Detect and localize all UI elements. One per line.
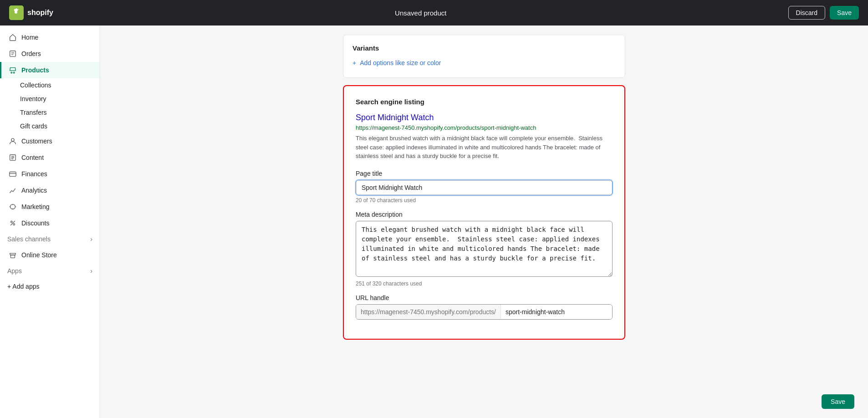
content-icon xyxy=(9,153,17,162)
products-icon xyxy=(9,66,17,74)
seo-card: Search engine listing Sport Midnight Wat… xyxy=(345,87,623,338)
save-button-bottom[interactable]: Save xyxy=(822,394,854,409)
bottom-save-area: Save xyxy=(822,394,854,409)
topbar-title: Unsaved product xyxy=(395,9,446,17)
shopify-logo-icon xyxy=(9,5,24,20)
add-options-button[interactable]: + Add options like size or color xyxy=(352,57,441,68)
save-button-top[interactable]: Save xyxy=(830,6,859,20)
meta-desc-textarea[interactable]: This elegant brushed watch with a midnig… xyxy=(356,221,613,277)
main-content: Variants + Add options like size or colo… xyxy=(100,25,868,418)
sidebar-add-apps[interactable]: + Add apps xyxy=(0,279,100,294)
sidebar-sub-label-gift-cards: Gift cards xyxy=(20,122,47,130)
seo-preview-title: Sport Midnight Watch xyxy=(356,113,613,122)
page-title-field: Page title 20 of 70 characters used xyxy=(356,170,613,204)
sidebar-sub-label-collections: Collections xyxy=(20,82,51,89)
url-handle-label: URL handle xyxy=(356,294,613,301)
topbar: shopify Unsaved product Discard Save xyxy=(0,0,868,25)
sidebar: Home Orders Products Collections Invento… xyxy=(0,25,100,418)
sidebar-item-home[interactable]: Home xyxy=(0,29,100,46)
sidebar-label-finances: Finances xyxy=(21,170,47,178)
topbar-actions: Discard Save xyxy=(788,6,859,20)
sidebar-item-finances[interactable]: Finances xyxy=(0,166,100,182)
sidebar-item-online-store[interactable]: Online Store xyxy=(0,247,100,263)
svg-rect-1 xyxy=(10,51,16,57)
sidebar-sub-item-gift-cards[interactable]: Gift cards xyxy=(0,119,100,133)
page-title-char-count: 20 of 70 characters used xyxy=(356,197,613,204)
svg-rect-9 xyxy=(11,255,15,258)
variants-title: Variants xyxy=(352,44,616,52)
store-icon xyxy=(9,251,17,259)
seo-card-wrapper: Search engine listing Sport Midnight Wat… xyxy=(343,85,625,340)
logo-text: shopify xyxy=(27,9,53,17)
svg-rect-6 xyxy=(10,172,16,177)
sidebar-label-discounts: Discounts xyxy=(21,219,49,227)
analytics-icon xyxy=(9,186,17,194)
sidebar-label-analytics: Analytics xyxy=(21,187,47,194)
seo-preview-url: https://magenest-7450.myshopify.com/prod… xyxy=(356,124,613,131)
sidebar-item-discounts[interactable]: Discounts xyxy=(0,215,100,231)
page-title-label: Page title xyxy=(356,170,613,177)
add-options-label: Add options like size or color xyxy=(360,59,441,66)
svg-point-7 xyxy=(11,221,13,223)
seo-section-title: Search engine listing xyxy=(356,98,613,106)
chevron-right-icon-2: › xyxy=(90,267,92,275)
meta-desc-label: Meta description xyxy=(356,211,613,218)
sidebar-sub-item-collections[interactable]: Collections xyxy=(0,78,100,92)
sidebar-sales-channels-section[interactable]: Sales channels › xyxy=(0,231,100,247)
meta-desc-field: Meta description This elegant brushed wa… xyxy=(356,211,613,287)
sidebar-sub-label-inventory: Inventory xyxy=(20,95,46,102)
svg-point-3 xyxy=(13,72,15,73)
sidebar-label-marketing: Marketing xyxy=(21,203,49,210)
url-prefix: https://magenest-7450.myshopify.com/prod… xyxy=(356,305,501,319)
add-apps-label: + Add apps xyxy=(7,283,39,290)
url-handle-field: URL handle https://magenest-7450.myshopi… xyxy=(356,294,613,320)
sidebar-sub-item-inventory[interactable]: Inventory xyxy=(0,92,100,106)
marketing-icon xyxy=(9,203,17,211)
meta-desc-char-count: 251 of 320 characters used xyxy=(356,280,613,287)
sidebar-sub-item-transfers[interactable]: Transfers xyxy=(0,106,100,119)
variants-card: Variants + Add options like size or colo… xyxy=(343,35,625,78)
sales-channels-label: Sales channels xyxy=(7,235,51,243)
svg-point-4 xyxy=(11,138,14,141)
url-handle-input[interactable] xyxy=(501,305,612,319)
sidebar-label-home: Home xyxy=(21,34,38,41)
sidebar-item-orders[interactable]: Orders xyxy=(0,46,100,62)
seo-preview-desc: This elegant brushed watch with a midnig… xyxy=(356,134,613,161)
sidebar-label-customers: Customers xyxy=(21,138,52,145)
apps-label: Apps xyxy=(7,267,22,275)
finances-icon xyxy=(9,170,17,178)
sidebar-apps-section[interactable]: Apps › xyxy=(0,263,100,279)
orders-icon xyxy=(9,50,17,58)
sidebar-item-customers[interactable]: Customers xyxy=(0,133,100,149)
discounts-icon xyxy=(9,219,17,227)
discard-button[interactable]: Discard xyxy=(788,6,825,20)
svg-point-2 xyxy=(11,72,12,73)
sidebar-item-marketing[interactable]: Marketing xyxy=(0,199,100,215)
sidebar-item-products[interactable]: Products xyxy=(0,62,100,78)
sidebar-label-orders: Orders xyxy=(21,50,41,57)
svg-point-8 xyxy=(13,224,15,225)
page-title-input[interactable] xyxy=(356,180,613,195)
sidebar-label-online-store: Online Store xyxy=(21,251,57,259)
logo: shopify xyxy=(9,5,53,20)
sidebar-sub-label-transfers: Transfers xyxy=(20,109,47,116)
customers-icon xyxy=(9,137,17,145)
plus-icon: + xyxy=(352,59,356,66)
sidebar-label-products: Products xyxy=(21,66,49,74)
sidebar-label-content: Content xyxy=(21,154,44,161)
sidebar-item-content[interactable]: Content xyxy=(0,149,100,166)
url-handle-container: https://magenest-7450.myshopify.com/prod… xyxy=(356,304,613,320)
main-layout: Home Orders Products Collections Invento… xyxy=(0,25,868,418)
home-icon xyxy=(9,33,17,41)
chevron-right-icon: › xyxy=(90,235,92,243)
sidebar-item-analytics[interactable]: Analytics xyxy=(0,182,100,199)
